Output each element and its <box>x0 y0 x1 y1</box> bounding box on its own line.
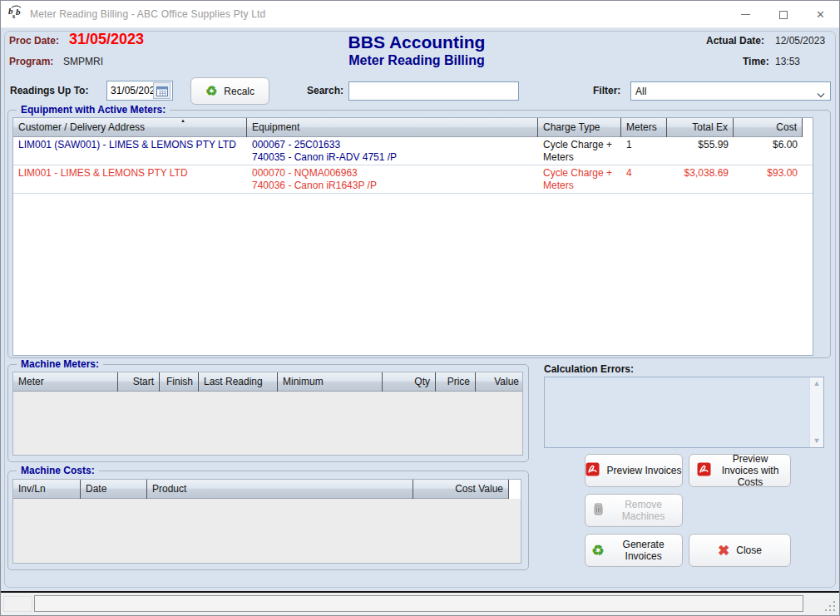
machine-meters-body <box>13 392 522 456</box>
recalc-label: Recalc <box>224 86 254 97</box>
close-window-button[interactable]: ✕ <box>802 1 839 28</box>
chevron-down-icon <box>817 89 825 101</box>
machine-costs-group-title: Machine Costs: <box>17 465 99 476</box>
titlebar: b s b Meter Reading Billing - ABC Office… <box>1 1 839 28</box>
cell-total-ex: $3,038.69 <box>667 167 734 180</box>
trash-bin-icon <box>592 502 605 519</box>
preview-invoices-label: Preview Invoices <box>606 465 681 476</box>
scrollbar[interactable]: ▲ ▼ <box>809 377 823 447</box>
close-button[interactable]: ✖ Close <box>689 534 791 567</box>
column-header-minimum[interactable]: Minimum <box>278 372 383 392</box>
column-header-meters[interactable]: Meters <box>621 118 667 137</box>
machine-meters-table: Meter Start Finish Last Reading Minimum … <box>12 372 523 456</box>
status-bar <box>1 593 839 615</box>
svg-text:b: b <box>16 7 21 17</box>
recalc-button[interactable]: ♻ Recalc <box>190 77 269 105</box>
machine-costs-header: Inv/Ln Date Product Cost Value <box>13 480 521 499</box>
maximize-button[interactable] <box>764 1 802 28</box>
status-cell <box>3 596 32 612</box>
column-header-blank <box>509 480 521 499</box>
equipment-group-title: Equipment with Active Meters: <box>17 104 170 116</box>
cell-equipment: 000067 - 25C01633 740035 - Canon iR-ADV … <box>247 139 538 164</box>
remove-machines-button: Remove Machines <box>585 494 683 527</box>
machine-costs-body <box>13 499 521 564</box>
generate-invoices-label: Generate Invoices <box>611 539 676 562</box>
status-panel <box>34 595 803 612</box>
machine-costs-table: Inv/Ln Date Product Cost Value <box>12 479 521 564</box>
cell-charge-type: Cycle Charge + Meters <box>538 167 621 192</box>
equipment-table-header: Customer / Delivery Address ▲ Equipment … <box>13 118 813 137</box>
readings-date-field <box>106 81 173 101</box>
machine-meters-group-title: Machine Meters: <box>17 358 103 370</box>
minimize-button[interactable] <box>727 1 764 28</box>
recycle-icon: ♻ <box>591 544 604 558</box>
svg-text:s: s <box>12 12 15 20</box>
readings-date-input[interactable] <box>107 82 153 99</box>
minimize-icon <box>741 14 750 15</box>
cell-meters: 4 <box>621 167 667 180</box>
cell-customer: LIM001 (SAW001) - LIMES & LEMONS PTY LTD <box>13 139 247 151</box>
readings-up-to-label: Readings Up To: <box>10 85 88 96</box>
app-logo-icon: b s b <box>8 5 25 23</box>
column-header-meter[interactable]: Meter <box>13 372 118 392</box>
recycle-icon: ♻ <box>205 85 217 98</box>
column-header-value[interactable]: Value <box>476 372 523 392</box>
table-row[interactable]: LIM001 - LIMES & LEMONS PTY LTD 000070 -… <box>13 165 813 194</box>
close-x-icon: ✖ <box>718 544 729 558</box>
table-row[interactable]: LIM001 (SAW001) - LIMES & LEMONS PTY LTD… <box>13 137 813 165</box>
column-header-blank <box>803 118 813 137</box>
search-input[interactable] <box>348 81 519 101</box>
filter-selected-value: All <box>635 86 646 97</box>
cell-equipment: 000070 - NQMA006963 740036 - Canon iR164… <box>247 167 538 192</box>
pdf-icon <box>586 462 600 479</box>
pdf-icon <box>697 462 711 479</box>
preview-invoices-with-costs-button[interactable]: Preview Invoices with Costs <box>689 454 791 487</box>
cell-total-ex: $55.99 <box>667 139 734 151</box>
window-title: Meter Reading Billing - ABC Office Suppl… <box>30 8 265 20</box>
sort-ascending-icon: ▲ <box>180 118 185 123</box>
scroll-up-icon[interactable]: ▲ <box>813 380 821 387</box>
column-header-finish[interactable]: Finish <box>160 372 199 392</box>
filter-label: Filter: <box>593 85 620 96</box>
remove-machines-label: Remove Machines <box>611 499 676 522</box>
column-header-invln[interactable]: Inv/Ln <box>13 480 81 499</box>
calculation-errors-box: ▲ ▼ <box>544 377 824 448</box>
preview-invoices-with-costs-label: Preview Invoices with Costs <box>718 453 783 488</box>
equipment-table: Customer / Delivery Address ▲ Equipment … <box>12 117 813 356</box>
generate-invoices-button[interactable]: ♻ Generate Invoices <box>585 534 683 567</box>
column-header-equipment[interactable]: Equipment <box>247 118 538 137</box>
preview-invoices-button[interactable]: Preview Invoices <box>585 454 683 487</box>
machine-meters-header: Meter Start Finish Last Reading Minimum … <box>13 372 522 392</box>
cell-cost: $93.00 <box>734 167 803 180</box>
column-header-qty[interactable]: Qty <box>383 372 436 392</box>
column-header-last-reading[interactable]: Last Reading <box>199 372 278 392</box>
cell-meters: 1 <box>621 139 667 151</box>
search-label: Search: <box>307 85 343 96</box>
column-header-date[interactable]: Date <box>81 480 147 499</box>
close-icon: ✕ <box>816 9 825 20</box>
column-header-charge-type[interactable]: Charge Type <box>538 118 621 137</box>
close-label: Close <box>736 545 762 556</box>
calendar-icon <box>156 86 168 96</box>
column-header-cost-value[interactable]: Cost Value <box>413 480 509 499</box>
column-header-total-ex[interactable]: Total Ex <box>667 118 734 137</box>
column-header-cost[interactable]: Cost <box>734 118 803 137</box>
scroll-down-icon[interactable]: ▼ <box>813 437 821 445</box>
calculation-errors-label: Calculation Errors: <box>544 363 634 375</box>
column-header-start[interactable]: Start <box>118 372 160 392</box>
equipment-table-body: LIM001 (SAW001) - LIMES & LEMONS PTY LTD… <box>13 137 813 356</box>
filter-select[interactable]: All <box>630 81 831 101</box>
cell-cost: $6.00 <box>734 139 803 151</box>
cell-customer: LIM001 - LIMES & LEMONS PTY LTD <box>13 167 247 180</box>
calendar-picker-button[interactable] <box>153 82 170 99</box>
column-header-product[interactable]: Product <box>147 480 413 499</box>
resize-grip[interactable] <box>824 600 835 611</box>
column-header-customer[interactable]: Customer / Delivery Address ▲ <box>13 118 247 137</box>
maximize-icon <box>779 11 788 19</box>
app-window: b s b Meter Reading Billing - ABC Office… <box>0 0 840 616</box>
cell-charge-type: Cycle Charge + Meters <box>538 139 621 164</box>
column-header-price[interactable]: Price <box>436 372 476 392</box>
